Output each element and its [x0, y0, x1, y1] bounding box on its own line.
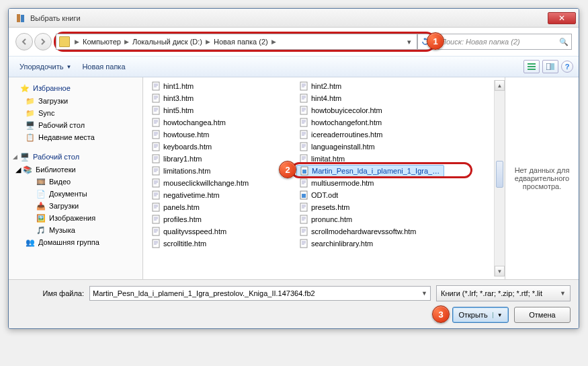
file-name: qualityvsspeed.htm	[163, 227, 226, 235]
sidebar-item-sync[interactable]: 📁Sync	[10, 107, 141, 119]
filename-label: Имя файла:	[17, 289, 84, 297]
sidebar-item-video[interactable]: 🎞️Видео	[10, 176, 141, 188]
recent-icon: 📋	[25, 133, 36, 142]
htm-file-icon	[151, 106, 161, 115]
file-item[interactable]: pronunc.htm	[296, 213, 444, 225]
sidebar-item-images[interactable]: 🖼️Изображения	[10, 212, 141, 224]
file-item[interactable]: howtobuyicecolor.htm	[296, 104, 444, 116]
filename-input[interactable]: Martin_Pesn_lda_i_plameni_1_Igra_prestol…	[89, 286, 431, 301]
desktop-icon: 🖥️	[19, 152, 30, 161]
file-item[interactable]: Martin_Pesn_lda_i_plameni_1_Igra_p...	[296, 165, 444, 177]
file-item[interactable]: howtochangefont.htm	[296, 116, 444, 129]
file-item[interactable]: hint5.htm	[149, 104, 296, 116]
svg-rect-23	[300, 106, 307, 114]
sidebar-item-homegroup[interactable]: 👥Домашняя группа	[10, 236, 141, 248]
sidebar-item-downloads[interactable]: 📥Загрузки	[10, 200, 141, 212]
scroll-down-button[interactable]: ▼	[495, 266, 505, 277]
file-item[interactable]: hint1.htm	[149, 80, 296, 92]
view-mode-button[interactable]	[523, 60, 540, 73]
close-button[interactable]: ✕	[548, 12, 576, 24]
sidebar-item-downloads[interactable]: 📁Загрузки	[10, 95, 141, 107]
organize-menu[interactable]: Упорядочить▼	[14, 63, 77, 71]
video-icon: 🎞️	[36, 177, 46, 186]
sidebar-item-recent[interactable]: 📋Недавние места	[10, 131, 141, 143]
file-item[interactable]: hint3.htm	[149, 92, 296, 104]
breadcrumb-item[interactable]: Новая папка (2)	[212, 38, 269, 46]
file-item[interactable]: hint2.htm	[296, 80, 444, 92]
chevron-right-icon[interactable]: ▶	[269, 38, 278, 45]
svg-rect-15	[153, 179, 159, 187]
htm-file-icon	[299, 106, 308, 115]
navigation-bar: 1 ▶ Компьютер ▶ Локальный диск (D:) ▶ Но…	[9, 28, 579, 56]
file-item[interactable]: searchinlibrary.htm	[296, 237, 444, 250]
svg-rect-19	[153, 227, 159, 235]
content-area: ⭐ Избранное 📁Загрузки 📁Sync 🖥️Рабочий ст…	[9, 77, 579, 279]
scroll-thumb[interactable]	[496, 161, 503, 188]
file-item[interactable]: multiusermode.htm	[296, 177, 444, 189]
file-item[interactable]: scrolltitle.htm	[149, 237, 296, 250]
file-item[interactable]: library1.htm	[149, 153, 296, 165]
annotation-badge-3: 3	[432, 305, 450, 323]
folder-icon: 📁	[25, 108, 36, 118]
sidebar-item-music[interactable]: 🎵Музыка	[10, 224, 141, 236]
file-name: hint5.htm	[163, 106, 194, 114]
chevron-right-icon[interactable]: ▶	[73, 38, 81, 45]
chevron-right-icon[interactable]: ▶	[204, 38, 212, 45]
breadcrumb-item[interactable]: Локальный диск (D:)	[131, 38, 204, 46]
chevron-right-icon[interactable]: ▶	[122, 38, 131, 45]
address-dropdown[interactable]: ▾	[405, 38, 414, 46]
svg-rect-32	[302, 194, 306, 198]
file-item[interactable]: qualityvsspeed.htm	[149, 225, 296, 237]
file-name: presets.htm	[311, 203, 349, 211]
svg-rect-34	[300, 215, 307, 223]
cancel-button[interactable]: Отмена	[514, 307, 571, 323]
file-item[interactable]: scrollmodehardwarevssoftw.htm	[296, 225, 444, 237]
preview-pane-button[interactable]	[542, 60, 558, 73]
file-list[interactable]: hint1.htmhint3.htmhint5.htmhowtochangea.…	[143, 77, 505, 279]
forward-button[interactable]	[34, 33, 52, 50]
document-icon: 📄	[36, 189, 46, 198]
scroll-up-button[interactable]: ▲	[495, 80, 505, 91]
sidebar-item-libraries[interactable]: ◢📚Библиотеки	[10, 163, 141, 176]
file-item[interactable]: howtochangea.htm	[149, 116, 296, 129]
address-bar[interactable]: ▶ Компьютер ▶ Локальный диск (D:) ▶ Нова…	[56, 34, 417, 50]
file-open-dialog: Выбрать книги ✕ 1 ▶ Компьютер ▶ Локальны…	[8, 8, 579, 329]
file-item[interactable]: negativetime.htm	[149, 189, 296, 201]
file-item[interactable]: limitat.htm	[296, 153, 444, 165]
file-item[interactable]: hint4.htm	[296, 92, 444, 104]
htm-file-icon	[151, 215, 161, 224]
svg-rect-5	[546, 63, 550, 70]
help-button[interactable]: ?	[561, 61, 573, 73]
file-item[interactable]: keyboards.htm	[149, 141, 296, 153]
htm-file-icon	[151, 130, 161, 139]
back-button[interactable]	[15, 33, 33, 50]
htm-file-icon	[299, 215, 308, 224]
file-item[interactable]: presets.htm	[296, 201, 444, 213]
file-item[interactable]: icereaderroutines.htm	[296, 129, 444, 141]
preview-empty-text: Нет данных для едварительного просмотра.	[511, 166, 573, 190]
breadcrumb-item[interactable]: Компьютер	[81, 38, 122, 46]
htm-file-icon	[151, 166, 161, 176]
chevron-down-icon[interactable]: ▼	[560, 290, 566, 297]
sidebar-item-documents[interactable]: 📄Документы	[10, 188, 141, 200]
file-item[interactable]: panels.htm	[149, 201, 296, 213]
file-item[interactable]: limitations.htm	[149, 165, 296, 177]
file-item[interactable]: ODT.odt	[296, 189, 444, 201]
open-button[interactable]: Открыть ▼	[452, 307, 509, 323]
file-item[interactable]: howtouse.htm	[149, 129, 296, 141]
search-placeholder: Поиск: Новая папка (2)	[441, 38, 520, 46]
favorites-header[interactable]: ⭐ Избранное	[10, 81, 141, 95]
file-item[interactable]: profiles.htm	[149, 213, 296, 225]
chevron-down-icon[interactable]: ▼	[421, 290, 427, 297]
search-input[interactable]: Поиск: Новая папка (2) 🔍	[437, 34, 572, 50]
filter-combo[interactable]: Книги (*.lrf; *.rar; *.zip; *.rtf; *.lit…	[436, 285, 571, 301]
sidebar-item-desktop[interactable]: 🖥️Рабочий стол	[10, 119, 141, 131]
file-name: howtochangefont.htm	[311, 118, 382, 126]
vertical-scrollbar[interactable]: ▲ ▼	[494, 80, 505, 277]
new-folder-button[interactable]: Новая папка	[77, 63, 130, 71]
folder-icon: 📁	[25, 96, 36, 106]
file-item[interactable]: languageinstall.htm	[296, 141, 444, 153]
desktop-header[interactable]: ◢🖥️ Рабочий стол	[10, 150, 141, 163]
file-name: scrolltitle.htm	[163, 240, 206, 248]
file-item[interactable]: mouseclickwillchange.htm	[149, 177, 296, 189]
